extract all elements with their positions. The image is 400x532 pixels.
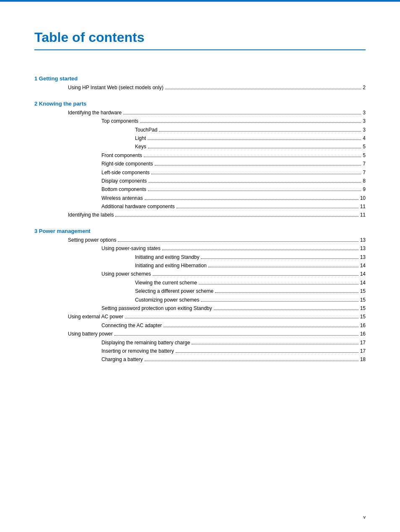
toc-dots: [192, 344, 358, 344]
toc-entry-text: Connecting the AC adapter: [101, 321, 162, 330]
toc-page-number: 15: [360, 296, 366, 304]
toc-page-number: 10: [360, 194, 366, 202]
toc-page-number: 7: [363, 168, 366, 177]
toc-entry: Using HP Instant Web (select models only…: [34, 83, 366, 92]
toc-dots: [159, 131, 361, 132]
toc-entry-text: Front components: [101, 151, 142, 160]
toc-page-number: 14: [360, 261, 366, 270]
toc-dots: [123, 114, 361, 114]
toc-entry: Initiating and exiting Standby13: [34, 253, 366, 261]
toc-page-number: 7: [363, 160, 366, 168]
toc-entry: Bottom components9: [34, 185, 366, 194]
title-section: Table of contents: [34, 29, 366, 50]
toc-dots: [153, 275, 358, 276]
toc-entry: TouchPad3: [34, 126, 366, 134]
toc-dots: [145, 199, 358, 200]
toc-dots: [125, 318, 358, 318]
toc-entry: Wireless antennas10: [34, 194, 366, 202]
toc-page-number: 15: [360, 287, 366, 295]
toc-entry: Using power-saving states13: [34, 244, 366, 253]
top-border: [0, 0, 400, 2]
toc-dots: [176, 352, 358, 353]
toc-entry-text: Keys: [135, 142, 146, 151]
toc-content: 1 Getting startedUsing HP Instant Web (s…: [34, 75, 366, 364]
toc-entry-text: Using power schemes: [101, 270, 151, 278]
toc-page-number: 2: [363, 83, 366, 92]
toc-entry-text: Setting power options: [68, 236, 116, 244]
page-container: Table of contents 1 Getting startedUsing…: [0, 0, 400, 532]
toc-dots: [214, 310, 358, 310]
toc-entry: Display components8: [34, 177, 366, 185]
toc-page-number: 15: [360, 304, 366, 312]
toc-page-number: 5: [363, 142, 366, 151]
toc-dots: [151, 174, 361, 174]
toc-dots: [165, 89, 361, 89]
toc-entry: Setting password protection upon exiting…: [34, 304, 366, 312]
toc-entry-text: Wireless antennas: [101, 194, 143, 202]
toc-dots: [148, 182, 361, 183]
toc-chapter-ch3: 3 Power managementSetting power options1…: [34, 228, 366, 364]
toc-dots: [215, 292, 358, 293]
toc-entry-text: Viewing the current scheme: [135, 279, 197, 287]
toc-entry: Using external AC power15: [34, 312, 366, 321]
toc-entry: Using power schemes14: [34, 270, 366, 278]
page-title: Table of contents: [34, 29, 366, 45]
toc-entry: Front components5: [34, 151, 366, 160]
toc-page-number: 14: [360, 279, 366, 287]
toc-dots: [155, 165, 361, 165]
toc-page-number: 13: [360, 253, 366, 261]
toc-dots: [177, 208, 358, 208]
toc-page-number: 17: [360, 347, 366, 355]
toc-dots: [114, 335, 358, 336]
toc-entry-text: Using power-saving states: [101, 244, 161, 253]
toc-page-number: 15: [360, 312, 366, 321]
toc-entry: Connecting the AC adapter16: [34, 321, 366, 330]
toc-dots: [144, 157, 361, 157]
chapter-heading: 1 Getting started: [34, 75, 366, 82]
toc-entry: Displaying the remaining battery charge1…: [34, 338, 366, 347]
toc-entry: Right-side components7: [34, 160, 366, 168]
toc-chapter-ch2: 2 Knowing the partsIdentifying the hardw…: [34, 101, 366, 220]
toc-entry-text: Using battery power: [68, 330, 113, 338]
toc-page-number: 5: [363, 151, 366, 160]
toc-entry: Identifying the hardware3: [34, 108, 366, 117]
toc-dots: [148, 139, 361, 140]
toc-dots: [118, 241, 358, 242]
toc-entry-text: Identifying the labels: [68, 211, 114, 219]
toc-entry-text: Selecting a different power scheme: [135, 287, 213, 295]
toc-dots: [115, 216, 358, 217]
toc-entry: Left-side components7: [34, 168, 366, 177]
toc-entry-text: Using external AC power: [68, 312, 123, 321]
toc-entry: Light4: [34, 134, 366, 142]
toc-entry-text: Top components: [101, 117, 138, 125]
toc-entry: Identifying the labels11: [34, 211, 366, 219]
toc-entry: Top components3: [34, 117, 366, 125]
toc-entry: Setting power options13: [34, 236, 366, 244]
toc-entry-text: Setting password protection upon exiting…: [101, 304, 212, 312]
toc-page-number: 9: [363, 185, 366, 194]
toc-entry-text: Left-side components: [101, 168, 150, 177]
toc-page-number: 3: [363, 108, 366, 117]
toc-entry-text: Using HP Instant Web (select models only…: [68, 83, 164, 92]
toc-entry: Keys5: [34, 142, 366, 151]
toc-entry: Additional hardware components11: [34, 202, 366, 211]
toc-dots: [140, 122, 361, 123]
toc-dots: [162, 250, 358, 250]
toc-entry: Using battery power16: [34, 330, 366, 338]
toc-dots: [145, 361, 358, 361]
toc-entry-text: TouchPad: [135, 126, 157, 134]
chapter-heading: 3 Power management: [34, 228, 366, 234]
toc-entry-text: Bottom components: [101, 185, 146, 194]
toc-dots: [201, 301, 358, 302]
toc-entry-text: Identifying the hardware: [68, 108, 122, 117]
toc-entry: Initiating and exiting Hibernation14: [34, 261, 366, 270]
toc-entry-text: Displaying the remaining battery charge: [101, 338, 190, 347]
toc-dots: [148, 148, 361, 148]
toc-entry-text: Additional hardware components: [101, 202, 175, 211]
toc-entry: Inserting or removing the battery17: [34, 347, 366, 355]
toc-entry-text: Inserting or removing the battery: [101, 347, 174, 355]
toc-page-number: 16: [360, 330, 366, 338]
toc-entry: Charging a battery18: [34, 355, 366, 364]
toc-entry-text: Display components: [101, 177, 147, 185]
toc-entry-text: Initiating and exiting Standby: [135, 253, 199, 261]
